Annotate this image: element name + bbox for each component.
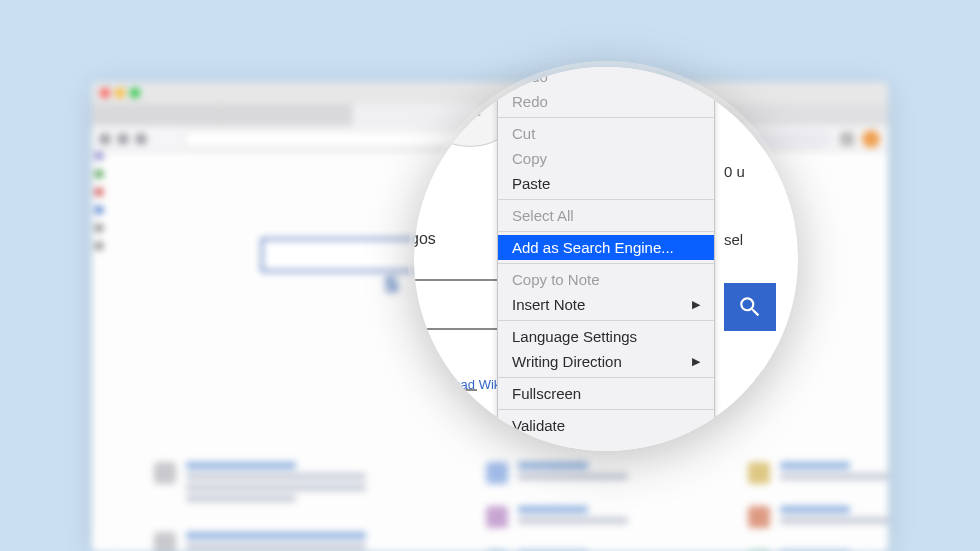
footer-block xyxy=(486,506,628,528)
download-block xyxy=(154,532,366,551)
maximize-window-button[interactable] xyxy=(130,88,140,98)
menu-add-search-engine[interactable]: Add as Search Engine... xyxy=(498,235,714,260)
context-menu: Undo Redo Cut Copy Paste Select All Add … xyxy=(497,67,715,451)
project-icon xyxy=(486,506,508,528)
wikipedia-letter: S xyxy=(384,272,399,298)
sidebar-panel-icon[interactable] xyxy=(95,242,103,250)
magnifier-lens: 維 0 u tigos sel Read Wikip Undo Redo Cut… xyxy=(414,67,798,451)
menu-validate[interactable]: Validate xyxy=(498,413,714,438)
menu-language-settings[interactable]: Language Settings xyxy=(498,324,714,349)
search-icon xyxy=(737,294,763,320)
submenu-arrow-icon: ▶ xyxy=(692,355,700,368)
sidebar-panel-icon[interactable] xyxy=(95,152,103,160)
menu-cut[interactable]: Cut xyxy=(498,121,714,146)
menu-copy-to-note[interactable]: Copy to Note xyxy=(498,267,714,292)
text-fragment: tigos xyxy=(414,230,436,248)
footer-block xyxy=(486,462,628,484)
sidebar-panel-icon[interactable] xyxy=(95,206,103,214)
menu-separator xyxy=(498,199,714,200)
menu-copy[interactable]: Copy xyxy=(498,146,714,171)
menu-redo[interactable]: Redo xyxy=(498,89,714,114)
footer-block xyxy=(748,506,888,528)
project-icon xyxy=(748,462,770,484)
menu-writing-direction[interactable]: Writing Direction▶ xyxy=(498,349,714,374)
reload-button[interactable] xyxy=(136,134,146,144)
submenu-arrow-icon: ▶ xyxy=(692,298,700,311)
profile-avatar[interactable] xyxy=(862,130,880,148)
menu-separator xyxy=(498,231,714,232)
extension-icon[interactable] xyxy=(840,132,854,146)
address-bar[interactable] xyxy=(184,130,484,148)
wikimedia-icon xyxy=(154,462,176,484)
search-button[interactable] xyxy=(724,283,776,331)
text-fragment: 0 u xyxy=(724,163,745,180)
footer-block xyxy=(748,462,888,484)
project-icon xyxy=(748,506,770,528)
browser-tab[interactable] xyxy=(222,104,352,126)
close-window-button[interactable] xyxy=(100,88,110,98)
sidebar-panel-icon[interactable] xyxy=(95,188,103,196)
project-icon xyxy=(486,462,508,484)
menu-separator xyxy=(498,377,714,378)
browser-tab[interactable] xyxy=(92,104,222,126)
back-button[interactable] xyxy=(100,134,110,144)
browser-tab[interactable] xyxy=(352,104,482,126)
sidebar-panel-icon[interactable] xyxy=(95,224,103,232)
browser-sidebar xyxy=(92,152,104,352)
underline xyxy=(414,279,497,281)
menu-paste[interactable]: Paste xyxy=(498,171,714,196)
menu-separator xyxy=(498,320,714,321)
text-fragment: sel xyxy=(724,231,743,248)
menu-separator xyxy=(498,409,714,410)
window-titlebar xyxy=(92,82,888,104)
menu-separator xyxy=(498,263,714,264)
menu-select-all[interactable]: Select All xyxy=(498,203,714,228)
sidebar-panel-icon[interactable] xyxy=(95,170,103,178)
forward-button[interactable] xyxy=(118,134,128,144)
menu-separator xyxy=(498,117,714,118)
download-icon xyxy=(154,532,176,551)
menu-fullscreen[interactable]: Fullscreen xyxy=(498,381,714,406)
menu-insert-note[interactable]: Insert Note▶ xyxy=(498,292,714,317)
minimize-window-button[interactable] xyxy=(115,88,125,98)
menu-undo[interactable]: Undo xyxy=(498,67,714,89)
